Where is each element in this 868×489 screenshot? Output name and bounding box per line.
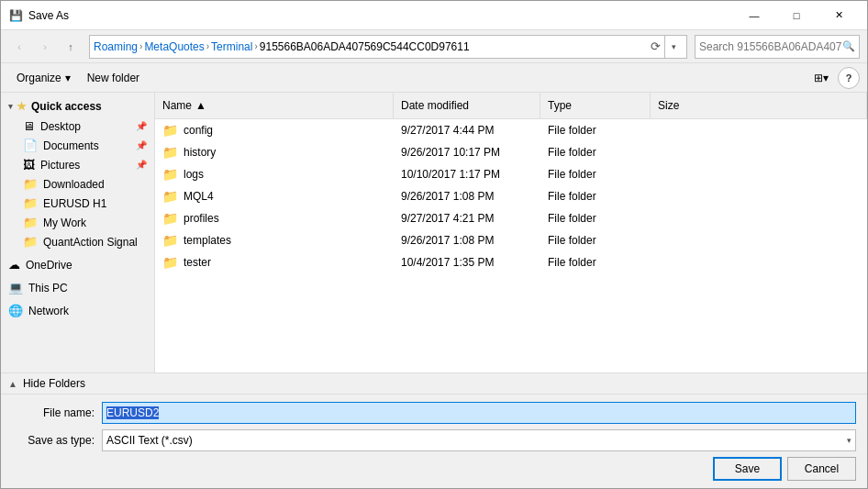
back-button[interactable]: ‹ — [8, 36, 30, 58]
quick-access-star-icon: ★ — [17, 100, 27, 113]
sidebar-item-quantaction[interactable]: 📁 QuantAction Signal — [1, 232, 154, 251]
quick-access-section: ▾ ★ Quick access 🖥 Desktop 📌 📄 Documents… — [1, 96, 154, 251]
sidebar-quantaction-label: QuantAction Signal — [43, 236, 138, 249]
file-date-cell: 9/27/2017 4:44 PM — [394, 119, 540, 141]
table-row[interactable]: 📁 tester 10/4/2017 1:35 PM File folder — [155, 251, 867, 273]
sidebar-item-desktop[interactable]: 🖥 Desktop 📌 — [1, 117, 154, 136]
sidebar-downloaded-label: Downloaded — [43, 178, 105, 191]
file-size-cell — [651, 229, 867, 251]
file-list: Name ▲ Date modified Type Size 📁 config — [155, 93, 867, 372]
desktop-icon: 🖥 — [23, 119, 35, 133]
organize-button[interactable]: Organize ▾ — [8, 67, 79, 89]
filename-input[interactable] — [102, 402, 856, 424]
file-date-cell: 10/10/2017 1:17 PM — [394, 163, 540, 185]
file-size-cell — [651, 119, 867, 141]
cancel-button[interactable]: Cancel — [787, 457, 856, 481]
savetype-row: Save as type: ASCII Text (*.csv) ▾ — [12, 429, 856, 451]
sidebar-pictures-label: Pictures — [40, 159, 80, 172]
file-size-cell — [651, 185, 867, 207]
quick-access-header[interactable]: ▾ ★ Quick access — [1, 96, 154, 117]
organize-arrow-icon: ▾ — [65, 72, 71, 84]
file-name-cell: 📁 config — [155, 119, 394, 141]
dialog-icon: 💾 — [8, 8, 23, 23]
hide-folders-label: Hide Folders — [23, 377, 85, 390]
hide-folders-row[interactable]: ▲ Hide Folders — [1, 372, 867, 394]
save-as-dialog: 💾 Save As — □ ✕ ‹ › ↑ Roaming › MetaQuot… — [0, 0, 868, 489]
file-type-cell: File folder — [540, 185, 651, 207]
sidebar-item-downloaded[interactable]: 📁 Downloaded — [1, 174, 154, 194]
search-box[interactable]: 🔍 — [695, 35, 860, 59]
search-icon: 🔍 — [842, 40, 855, 52]
file-name-cell: 📁 MQL4 — [155, 185, 394, 207]
file-name: templates — [184, 234, 231, 247]
sidebar-onedrive-label: OneDrive — [26, 259, 72, 272]
breadcrumb-roaming[interactable]: Roaming — [94, 40, 138, 53]
sidebar-desktop-label: Desktop — [40, 120, 81, 133]
sidebar-item-mywork[interactable]: 📁 My Work — [1, 213, 154, 232]
folder-icon: 📁 — [162, 233, 178, 248]
file-type-cell: File folder — [540, 141, 651, 163]
pictures-pin-icon: 📌 — [136, 160, 147, 170]
refresh-button[interactable]: ⟳ — [646, 38, 664, 56]
file-rows-container: 📁 config 9/27/2017 4:44 PM File folder 📁… — [155, 119, 867, 273]
file-type-cell: File folder — [540, 207, 651, 229]
savetype-select[interactable]: ASCII Text (*.csv) ▾ — [102, 429, 856, 451]
address-bar[interactable]: Roaming › MetaQuotes › Terminal › 915566… — [89, 35, 687, 59]
network-icon: 🌐 — [8, 304, 23, 317]
onedrive-icon: ☁ — [8, 258, 20, 272]
filename-label: File name: — [12, 406, 95, 419]
folder-icon: 📁 — [162, 123, 178, 138]
view-grid-icon: ⊞ — [814, 72, 823, 84]
type-column-header[interactable]: Type — [540, 93, 651, 118]
date-column-header[interactable]: Date modified — [394, 93, 540, 118]
save-button[interactable]: Save — [713, 457, 782, 481]
up-button[interactable]: ↑ — [60, 36, 82, 58]
breadcrumb-terminal[interactable]: Terminal — [211, 40, 252, 53]
network-section: 🌐 Network — [1, 301, 154, 320]
name-column-header[interactable]: Name ▲ — [155, 93, 394, 118]
bottom-panel: File name: Save as type: ASCII Text (*.c… — [1, 394, 867, 488]
eurusd-folder-icon: 📁 — [23, 196, 38, 210]
sidebar-item-network[interactable]: 🌐 Network — [1, 301, 154, 320]
file-name: logs — [184, 168, 204, 181]
size-column-label: Size — [658, 99, 679, 112]
sidebar-item-onedrive[interactable]: ☁ OneDrive — [1, 255, 154, 274]
address-dropdown-button[interactable]: ▾ — [664, 36, 683, 58]
file-date-cell: 9/26/2017 1:08 PM — [394, 185, 540, 207]
mywork-folder-icon: 📁 — [23, 216, 38, 229]
sidebar-item-documents[interactable]: 📄 Documents 📌 — [1, 136, 154, 155]
downloaded-folder-icon: 📁 — [23, 177, 38, 191]
table-row[interactable]: 📁 templates 9/26/2017 1:08 PM File folde… — [155, 229, 867, 251]
table-row[interactable]: 📁 logs 10/10/2017 1:17 PM File folder — [155, 163, 867, 185]
table-row[interactable]: 📁 MQL4 9/26/2017 1:08 PM File folder — [155, 185, 867, 207]
file-name-cell: 📁 logs — [155, 163, 394, 185]
file-name: profiles — [184, 212, 219, 225]
table-row[interactable]: 📁 config 9/27/2017 4:44 PM File folder — [155, 119, 867, 141]
minimize-button[interactable]: — — [733, 1, 775, 30]
desktop-pin-icon: 📌 — [136, 121, 147, 131]
view-button[interactable]: ⊞ ▾ — [808, 67, 834, 89]
forward-button[interactable]: › — [34, 36, 56, 58]
file-type-cell: File folder — [540, 229, 651, 251]
table-row[interactable]: 📁 profiles 9/27/2017 4:21 PM File folder — [155, 207, 867, 229]
breadcrumb-metaquotes[interactable]: MetaQuotes — [144, 40, 204, 53]
sidebar-item-eurusd[interactable]: 📁 EURUSD H1 — [1, 194, 154, 213]
help-button[interactable]: ? — [838, 67, 860, 89]
sidebar-item-pictures[interactable]: 🖼 Pictures 📌 — [1, 155, 154, 174]
file-date-cell: 9/26/2017 1:08 PM — [394, 229, 540, 251]
onedrive-section: ☁ OneDrive — [1, 255, 154, 274]
sidebar-item-thispc[interactable]: 💻 This PC — [1, 278, 154, 297]
search-input[interactable] — [699, 40, 842, 53]
file-name-cell: 📁 tester — [155, 251, 394, 273]
quantaction-folder-icon: 📁 — [23, 235, 38, 249]
thispc-icon: 💻 — [8, 281, 23, 295]
maximize-button[interactable]: □ — [775, 1, 818, 30]
file-date-cell: 9/26/2017 10:17 PM — [394, 141, 540, 163]
file-size-cell — [651, 163, 867, 185]
size-column-header[interactable]: Size — [651, 93, 867, 118]
table-row[interactable]: 📁 history 9/26/2017 10:17 PM File folder — [155, 141, 867, 163]
folder-icon: 📁 — [162, 189, 178, 204]
file-type-cell: File folder — [540, 251, 651, 273]
close-button[interactable]: ✕ — [818, 1, 860, 30]
new-folder-button[interactable]: New folder — [79, 67, 148, 89]
